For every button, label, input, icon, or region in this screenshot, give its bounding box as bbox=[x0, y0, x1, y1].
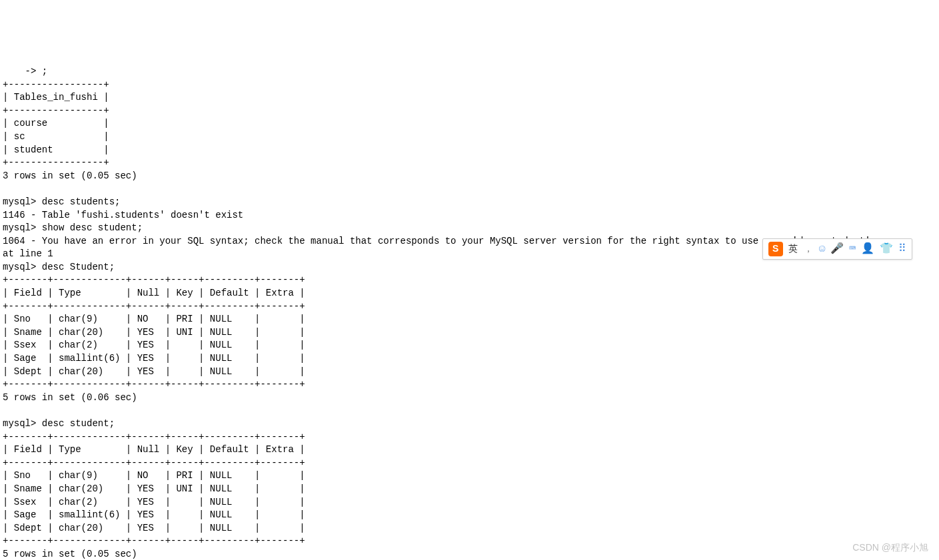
continuation-line: -> ; bbox=[3, 66, 47, 77]
ime-keyboard-icon[interactable]: ⌨ bbox=[849, 242, 856, 256]
tables-table-rows: | course | | sc | | student | bbox=[3, 118, 109, 154]
desc-result-1: 5 rows in set (0.06 sec) bbox=[3, 392, 137, 403]
ime-user-icon[interactable]: 👤 bbox=[861, 242, 874, 256]
error-message-2: 1064 - You have an error in your SQL syn… bbox=[3, 236, 870, 260]
ime-language-indicator[interactable]: 英 bbox=[788, 242, 798, 256]
error-message-1: 1146 - Table 'fushi.students' doesn't ex… bbox=[3, 210, 243, 220]
ime-toolbar[interactable]: S 英 ， ☺ 🎤 ⌨ 👤 👕 ⠿ bbox=[762, 238, 912, 260]
desc-separator-mid: +-------+-------------+------+-----+----… bbox=[3, 301, 305, 312]
tables-table-header: +-----------------+ | Tables_in_fushi | … bbox=[3, 79, 109, 116]
mysql-prompt-2: mysql> show desc student; bbox=[3, 222, 143, 233]
ime-skin-icon[interactable]: 👕 bbox=[880, 242, 893, 256]
desc-header-row: | Field | Type | Null | Key | Default | … bbox=[3, 288, 305, 298]
terminal-output: -> ; +-----------------+ | Tables_in_fus… bbox=[0, 52, 939, 560]
desc2-data-rows: | Sno | char(9) | NO | PRI | NULL | | | … bbox=[3, 470, 305, 533]
tables-table-footer: +-----------------+ bbox=[3, 157, 109, 168]
desc-result-2: 5 rows in set (0.05 sec) bbox=[3, 549, 137, 559]
desc-data-rows-1: | Sno | char(9) | NO | PRI | NULL | | | … bbox=[3, 314, 305, 376]
sogou-logo-icon[interactable]: S bbox=[768, 242, 783, 256]
ime-voice-icon[interactable]: 🎤 bbox=[830, 242, 844, 256]
desc2-separator-bot: +-------+-------------+------+-----+----… bbox=[3, 535, 305, 546]
csdn-watermark: CSDN @程序小旭 bbox=[852, 541, 928, 555]
ime-punctuation-icon[interactable]: ， bbox=[803, 242, 814, 256]
ime-menu-icon[interactable]: ⠿ bbox=[898, 242, 906, 256]
mysql-prompt-3: mysql> desc Student; bbox=[3, 262, 115, 272]
ime-emoji-icon[interactable]: ☺ bbox=[819, 242, 826, 256]
mysql-prompt-1: mysql> desc students; bbox=[3, 196, 120, 207]
desc2-header-row: | Field | Type | Null | Key | Default | … bbox=[3, 444, 305, 455]
desc-separator-bot: +-------+-------------+------+-----+----… bbox=[3, 379, 305, 390]
desc2-separator-top: +-------+-------------+------+-----+----… bbox=[3, 431, 305, 442]
desc2-separator-mid: +-------+-------------+------+-----+----… bbox=[3, 457, 305, 468]
tables-result-count: 3 rows in set (0.05 sec) bbox=[3, 170, 137, 181]
mysql-prompt-4: mysql> desc student; bbox=[3, 418, 115, 429]
desc-separator-top: +-------+-------------+------+-----+----… bbox=[3, 274, 305, 285]
